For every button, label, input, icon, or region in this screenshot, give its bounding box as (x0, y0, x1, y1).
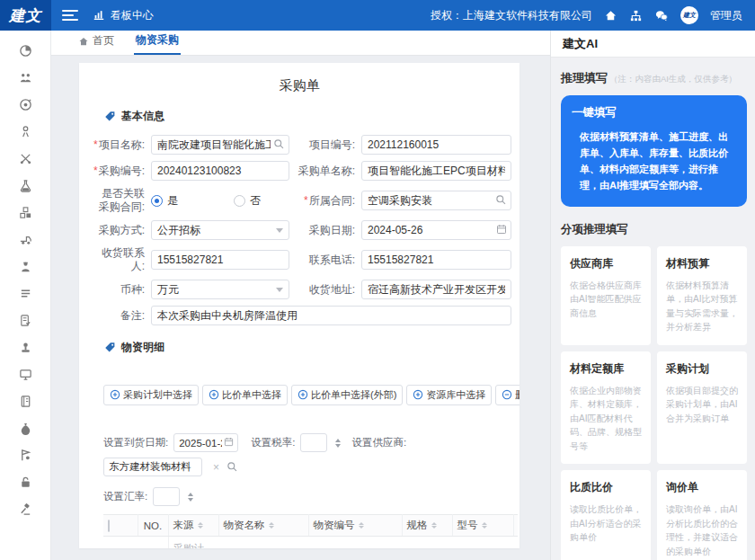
search-icon[interactable] (226, 461, 238, 473)
tax-rate-input[interactable] (300, 433, 327, 452)
exchange-rate-input[interactable] (153, 487, 180, 506)
meeting-icon[interactable] (0, 64, 50, 91)
project-name-input[interactable] (151, 135, 289, 155)
link-contract-radio-group: 是 否 (151, 193, 289, 209)
breadcrumb: 首页 物资采购 (51, 31, 550, 56)
purchase-name-input[interactable] (361, 161, 511, 181)
address-input[interactable] (361, 280, 511, 299)
date-input[interactable] (361, 220, 511, 240)
arrival-date-field (173, 433, 238, 452)
gavel-icon[interactable] (0, 495, 50, 522)
sort-icon[interactable] (482, 522, 487, 529)
phone-field (361, 250, 511, 270)
ai-card-purchase-plan[interactable]: 采购计划 依据项目部提交的采购计划单，由AI合并为采购订单 (657, 351, 747, 465)
sitemap-icon[interactable] (629, 9, 643, 22)
col-spec[interactable]: 规格 (402, 515, 452, 537)
target-icon[interactable] (0, 91, 50, 118)
clear-icon[interactable]: × (213, 461, 219, 474)
person-badge-icon[interactable] (0, 118, 50, 145)
currency-select[interactable]: 万元 (151, 280, 289, 299)
ai-card-price-comparison[interactable]: 比质比价 读取比质比价单，由AI分析适合的采购单价 (561, 470, 651, 560)
kanban-center-nav[interactable]: 看板中心 (93, 8, 154, 23)
search-icon[interactable] (273, 138, 285, 150)
ai-card-inquiry[interactable]: 询价单 读取询价单，由AI分析比质比价的合理性，并建议适合的采购单价 (657, 470, 747, 560)
approval-stamp-icon[interactable] (0, 333, 50, 360)
contract-input[interactable] (361, 191, 511, 210)
boxes-icon[interactable] (0, 199, 50, 226)
money-bag-icon[interactable] (0, 414, 50, 441)
radio-dot (234, 195, 245, 207)
team-flag-icon[interactable] (0, 441, 50, 468)
tab-material-procurement[interactable]: 物资采购 (134, 32, 181, 55)
tag-icon (104, 111, 116, 122)
wechat-icon[interactable] (654, 9, 669, 22)
sort-icon[interactable] (198, 522, 203, 529)
plus-circle-icon (110, 389, 120, 400)
col-code[interactable]: 物资编号 (308, 515, 402, 537)
ai-card-supplier-library[interactable]: 供应商库 依据合格供应商库由AI智能匹配供应商信息 (561, 246, 651, 345)
sort-icon[interactable] (359, 522, 364, 529)
purchase-no-input[interactable] (151, 161, 289, 181)
contract-field (361, 191, 511, 210)
col-model[interactable]: 型号 (452, 515, 513, 537)
select-from-compare-ext-button[interactable]: 比价单中选择(外部) (291, 385, 403, 405)
notebook-icon[interactable] (0, 387, 50, 414)
purchase-name-label: 采购单名称: (292, 164, 359, 178)
ai-card-material-budget[interactable]: 材料预算 依据材料预算清单，由AI比对预算量与实际需求量，并分析差异 (657, 246, 747, 345)
license-text: 授权：上海建文软件科技有限公司 (431, 8, 592, 23)
calendar-icon[interactable] (496, 224, 507, 235)
remark-label: 备注: (93, 309, 148, 323)
machinery-icon[interactable] (0, 226, 50, 253)
table-row[interactable]: 1采购计划 法兰垫片FL002 100ZQS200 (103, 537, 518, 549)
radio-no[interactable]: 否 (234, 193, 261, 209)
materials-table: NO. 来源 物资名称 物资编号 规格 型号 (103, 514, 518, 548)
pie-chart-icon[interactable] (0, 37, 50, 64)
search-icon[interactable] (495, 194, 507, 206)
select-from-compare-button[interactable]: 比价单中选择 (202, 385, 288, 405)
sort-icon[interactable] (269, 522, 274, 529)
select-from-plan-button[interactable]: 采购计划中选择 (103, 385, 199, 405)
list-icon[interactable] (0, 280, 50, 307)
document-audit-icon[interactable] (0, 307, 50, 333)
col-no[interactable]: NO. (138, 515, 168, 537)
worker-icon[interactable] (0, 253, 50, 280)
app-logo: 建文 (0, 0, 51, 31)
purchase-no-label: 采购编号: (93, 164, 148, 178)
one-click-fill-card[interactable]: 一键填写 依据材料预算清单、施工进度、出库单、入库单、库存量、比质比价单、材料内… (561, 95, 747, 207)
plus-circle-icon (298, 389, 308, 400)
select-all-checkbox[interactable] (108, 520, 110, 532)
user-role-label[interactable]: 管理员 (710, 8, 742, 23)
col-name[interactable]: 物资名称 (218, 515, 308, 537)
radio-yes[interactable]: 是 (151, 193, 178, 209)
kanban-center-label: 看板中心 (111, 8, 154, 23)
sort-icon[interactable] (431, 522, 437, 529)
breadcrumb-home[interactable]: 首页 (78, 33, 114, 55)
plus-circle-icon (413, 389, 423, 400)
phone-input[interactable] (361, 250, 511, 270)
lock-icon[interactable] (0, 468, 50, 495)
ai-card-material-quota-library[interactable]: 材料定额库 依据企业内部物资库、材料定额库，由AI匹配材料代码、品牌、规格型号等 (561, 351, 651, 465)
select-from-resource-button[interactable]: 资源库中选择 (406, 385, 492, 405)
home-icon[interactable] (604, 9, 617, 22)
receiver-input[interactable] (151, 250, 289, 270)
flask-icon[interactable] (0, 172, 50, 199)
radio-dot (151, 195, 163, 207)
stepper-icon[interactable] (188, 493, 193, 502)
project-no-input[interactable] (361, 135, 511, 155)
section-basic-info: 基本信息 (79, 109, 520, 124)
supplier-field (103, 458, 202, 476)
calendar-icon[interactable] (224, 437, 234, 447)
page-title: 采购单 (79, 77, 520, 94)
menu-icon[interactable] (62, 7, 78, 23)
stepper-icon[interactable] (335, 439, 341, 448)
supplier-input[interactable] (103, 458, 202, 476)
method-select[interactable]: 公开招标 (151, 220, 289, 240)
delete-button[interactable]: 删除 (495, 385, 520, 405)
monitor-icon[interactable] (0, 360, 50, 387)
scissors-icon[interactable] (0, 145, 50, 172)
col-source[interactable]: 来源 (168, 515, 218, 537)
purchase-order-card: 采购单 基本信息 项目名称: 项目编号: 采购编号: 采购单名 (79, 63, 520, 548)
avatar[interactable]: 建文 (680, 6, 698, 24)
remark-input[interactable] (151, 306, 511, 325)
receiver-field (151, 250, 289, 270)
